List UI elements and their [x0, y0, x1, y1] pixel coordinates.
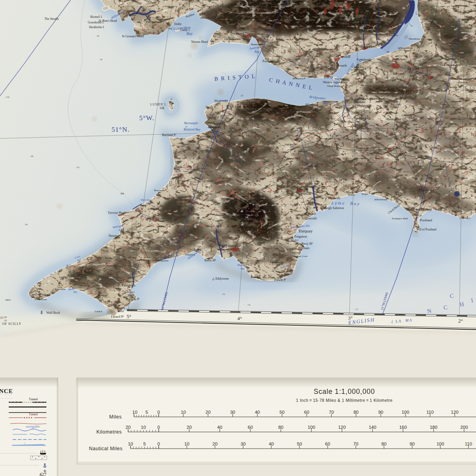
svg-text:Abbotsbury: Abbotsbury [374, 198, 388, 201]
svg-text:100: 100 [436, 441, 444, 446]
svg-text:T: T [358, 121, 361, 127]
svg-text:-78: -78 [222, 293, 225, 296]
svg-text:Breaksea Pᵗ: Breaksea Pᵗ [293, 77, 306, 80]
svg-text:10: 10 [184, 441, 190, 446]
svg-text:Highbridge: Highbridge [357, 104, 372, 107]
svg-text:50: 50 [100, 58, 102, 61]
svg-text:Burry Port: Burry Port [200, 16, 212, 19]
svg-text:Topsham: Topsham [301, 192, 311, 196]
svg-text:Chippenham: Chippenham [447, 63, 461, 67]
svg-text:20: 20 [241, 94, 243, 97]
svg-text:Boscastle: Boscastle [154, 189, 165, 192]
svg-text:Plymouth: Plymouth [223, 244, 238, 248]
svg-text:100: 100 [401, 410, 409, 415]
svg-text:Lizard: Lizard [95, 310, 102, 313]
svg-text:Kilometres: Kilometres [96, 429, 122, 435]
svg-text:80: 80 [382, 441, 387, 446]
svg-text:70: 70 [353, 441, 359, 446]
svg-text:S: S [253, 121, 255, 127]
svg-text:S: S [472, 85, 475, 91]
svg-text:Bay: Bay [129, 294, 134, 297]
svg-text:Steep Holme: Steep Holme [327, 84, 342, 88]
svg-text:Cheddar: Cheddar [364, 92, 374, 95]
svg-text:20: 20 [205, 410, 211, 415]
svg-text:O: O [231, 180, 234, 185]
svg-text:-98: -98 [30, 155, 33, 157]
svg-text:50: 50 [280, 410, 285, 415]
svg-text:Torquay: Torquay [298, 228, 313, 233]
svg-text:5°W.: 5°W. [139, 114, 154, 122]
svg-text:Penzance: Penzance [55, 288, 65, 291]
svg-text:Kingsbridge: Kingsbridge [270, 261, 284, 264]
svg-text:Bridgwater: Bridgwater [354, 116, 370, 120]
svg-text:E: E [355, 180, 357, 185]
svg-text:Sᵗ Ives: Sᵗ Ives [66, 264, 75, 268]
svg-text:rtin's: rtin's [5, 298, 11, 301]
svg-text:238: 238 [390, 76, 395, 79]
svg-text:Milford: Milford [127, 10, 135, 13]
svg-text:55: 55 [159, 27, 162, 29]
svg-text:Watchet: Watchet [313, 108, 322, 111]
svg-text:N: N [251, 180, 255, 185]
svg-text:Lyme: Lyme [360, 189, 367, 192]
svg-text:Bristol: Bristol [407, 65, 419, 70]
svg-text:160: 160 [399, 425, 407, 430]
svg-text:110: 110 [465, 441, 472, 446]
svg-text:308: 308 [121, 192, 124, 195]
svg-text:80: 80 [353, 410, 359, 415]
svg-text:40: 40 [255, 410, 260, 415]
svg-text:ys: ys [4, 315, 7, 319]
svg-text:E: E [298, 121, 300, 127]
svg-text:40: 40 [217, 425, 223, 430]
svg-text:LUNDY I.: LUNDY I. [150, 103, 167, 106]
svg-text:St Ann's Head: St Ann's Head [99, 19, 117, 23]
svg-text:Regis: Regis [362, 192, 368, 196]
svg-text:20: 20 [187, 425, 192, 430]
svg-text:316: 316 [290, 146, 294, 148]
svg-text:Porthcawl: Porthcawl [263, 60, 276, 63]
svg-text:Land's End: Land's End [29, 292, 46, 296]
svg-text:40: 40 [269, 441, 274, 446]
svg-text:Swansea: Swansea [220, 99, 228, 102]
svg-text:Scale 1:1,000,000: Scale 1:1,000,000 [314, 388, 375, 395]
svg-text:Falmouth: Falmouth [122, 283, 136, 287]
svg-text:Tiverton: Tiverton [298, 150, 307, 153]
svg-text:100: 100 [307, 425, 315, 430]
svg-text:Skomer I.: Skomer I. [90, 15, 103, 19]
svg-text:20: 20 [213, 441, 218, 446]
svg-text:5: 5 [143, 441, 146, 446]
svg-text:H: H [293, 180, 296, 185]
svg-text:Sᵗ Alban's: Sᵗ Alban's [459, 217, 470, 220]
svg-text:Malmesbury: Malmesbury [445, 42, 459, 45]
svg-text:Pembroke: Pembroke [146, 20, 157, 23]
svg-text:Wolf Rock: Wolf Rock [46, 311, 60, 315]
svg-text:Haven: Haven [129, 13, 136, 17]
svg-text:Bideford Bay: Bideford Bay [184, 128, 201, 131]
svg-text:navigable: navigable [26, 424, 40, 428]
svg-text:Bude: Bude [176, 165, 182, 169]
svg-text:Bay: Bay [186, 31, 193, 36]
svg-text:59: 59 [387, 50, 390, 54]
svg-text:Prawle Pᵗ: Prawle Pᵗ [274, 278, 286, 282]
svg-text:186: 186 [224, 38, 228, 41]
svg-text:-84: -84 [25, 223, 28, 226]
svg-text:Bay: Bay [119, 229, 123, 231]
svg-text:Weston super Mare: Weston super Mare [323, 81, 347, 84]
svg-text:-73: -73 [355, 308, 358, 311]
svg-text:Fortune's Well: Fortune's Well [392, 217, 408, 220]
svg-text:Taunton: Taunton [291, 137, 303, 141]
svg-text:Weymouth: Weymouth [416, 208, 432, 212]
svg-text:30: 30 [241, 441, 246, 446]
svg-text:Thornbury: Thornbury [409, 37, 420, 40]
svg-text:120: 120 [338, 425, 345, 430]
svg-text:10: 10 [128, 441, 133, 446]
svg-text:↓: ↓ [24, 441, 26, 445]
svg-text:-76: -76 [247, 304, 250, 306]
svg-text:200: 200 [460, 425, 468, 430]
svg-text:Tor Bay: Tor Bay [290, 238, 299, 242]
svg-text:Clovelly: Clovelly [201, 135, 211, 138]
svg-text:Seaton: Seaton [347, 193, 355, 196]
svg-text:Sidmouth: Sidmouth [328, 196, 340, 200]
svg-text:140: 140 [369, 425, 376, 430]
svg-text:OF SCILLY: OF SCILLY [2, 322, 21, 326]
